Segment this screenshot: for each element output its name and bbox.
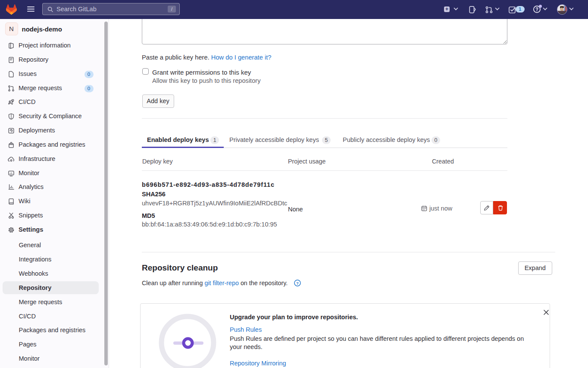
svg-text:?: ? [296, 280, 299, 285]
